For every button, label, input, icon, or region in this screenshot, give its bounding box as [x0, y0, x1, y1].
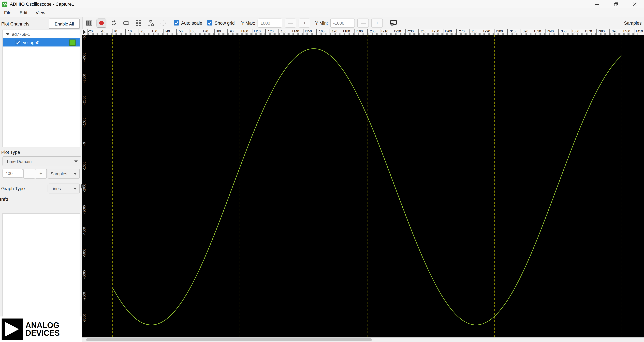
- window-title: ADI IIO Oscilloscope - Capture1: [10, 2, 74, 7]
- x-tick-label: +10: [126, 29, 132, 35]
- x-tick: +190: [354, 29, 355, 35]
- x-tick-label: +70: [202, 29, 208, 35]
- x-tick: +230: [406, 29, 406, 35]
- x-tick: +180: [342, 29, 342, 35]
- x-tick-label: +270: [457, 29, 464, 35]
- minimize-button[interactable]: [587, 0, 606, 8]
- x-tick-label: +300: [495, 29, 503, 35]
- x-tick-label: +120: [266, 29, 274, 35]
- horizontal-scrollbar[interactable]: [82, 337, 644, 342]
- show-grid-control[interactable]: Show grid: [207, 20, 235, 26]
- grid-view-icon[interactable]: [134, 18, 143, 27]
- close-button[interactable]: [625, 0, 644, 8]
- plot-type-dropdown[interactable]: Time Domain: [2, 156, 82, 166]
- menu-view[interactable]: View: [32, 8, 50, 17]
- x-tick-label: +210: [381, 29, 388, 35]
- x-tick-label: -20: [88, 29, 92, 35]
- x-tick: +160: [316, 29, 316, 35]
- x-tick-label: +410: [636, 29, 643, 35]
- y-min-decrement[interactable]: —: [358, 18, 369, 27]
- capture-record-button[interactable]: [96, 18, 106, 27]
- x-tick-label: +240: [419, 29, 426, 35]
- x-tick-label: +340: [546, 29, 554, 35]
- x-tick-label: +380: [597, 29, 605, 35]
- new-plot-icon[interactable]: [389, 18, 398, 27]
- graph-type-label: Graph Type:: [1, 186, 26, 191]
- x-tick: +60: [189, 29, 189, 35]
- menu-file[interactable]: File: [0, 8, 16, 17]
- y-tick-label: -3000: [82, 201, 87, 218]
- show-grid-checkbox[interactable]: [207, 20, 212, 26]
- auto-scale-control[interactable]: Auto scale: [174, 20, 202, 26]
- y-max-input[interactable]: [258, 18, 282, 27]
- y-min-increment[interactable]: +: [372, 18, 383, 27]
- y-max-increment[interactable]: +: [299, 18, 310, 27]
- show-grid-label: Show grid: [214, 21, 235, 25]
- plot-area[interactable]: +5000+4000+3000+2000+1000+0-1000-2000-30…: [82, 35, 644, 337]
- restore-button[interactable]: [606, 0, 625, 8]
- horizontal-scrollbar-thumb[interactable]: [86, 338, 372, 341]
- x-tick: +380: [596, 29, 597, 35]
- x-tick-label: +180: [342, 29, 350, 35]
- y-max-label: Y Max:: [241, 21, 255, 25]
- x-tick-label: +30: [152, 29, 157, 35]
- x-tick-label: +130: [279, 29, 286, 35]
- x-tick-label: +320: [521, 29, 528, 35]
- waveform-plot: [82, 35, 644, 337]
- panes-icon[interactable]: [84, 18, 94, 27]
- enable-all-button[interactable]: Enable All: [49, 19, 80, 29]
- x-tick-label: +290: [483, 29, 490, 35]
- x-tick: +390: [609, 29, 610, 35]
- y-tick-label: +2000: [82, 92, 87, 109]
- sidebar: Plot Channels Enable All ad7768-1 voltag…: [0, 17, 82, 342]
- sample-count-input[interactable]: 400: [2, 169, 23, 178]
- sample-count-decrement[interactable]: —: [24, 169, 36, 179]
- move-icon[interactable]: [158, 18, 168, 27]
- x-tick: +330: [533, 29, 533, 35]
- y-tick-label: +1000: [82, 114, 87, 130]
- hierarchy-icon[interactable]: [146, 18, 156, 27]
- sample-count-increment[interactable]: +: [35, 169, 47, 179]
- auto-scale-label: Auto scale: [181, 21, 202, 25]
- x-tick: +310: [507, 29, 508, 35]
- x-tick: +100: [240, 29, 240, 35]
- graph-type-dropdown[interactable]: Lines: [48, 184, 80, 193]
- x-tick: +110: [252, 29, 253, 35]
- x-tick: +170: [329, 29, 330, 35]
- x-tick-label: +50: [177, 29, 182, 35]
- auto-scale-checkbox[interactable]: [174, 20, 179, 26]
- x-tick-label: -10: [101, 29, 105, 35]
- x-tick-label: +280: [470, 29, 477, 35]
- x-tick-label: +220: [394, 29, 401, 35]
- channel-checkbox[interactable]: [15, 40, 20, 45]
- y-tick-label: -1000: [82, 157, 87, 174]
- x-ruler[interactable]: -20-10+0+10+20+30+40+50+60+70+80+90+100+…: [82, 29, 644, 35]
- sample-unit-dropdown[interactable]: Samples: [48, 169, 80, 179]
- y-min-input[interactable]: [330, 18, 355, 27]
- screenshot-icon[interactable]: [121, 18, 131, 27]
- y-tick-label: -6000: [82, 266, 87, 283]
- y-tick-label: -7000: [82, 288, 87, 304]
- menu-edit[interactable]: Edit: [16, 8, 32, 17]
- x-tick: +30: [151, 29, 151, 35]
- x-tick: +280: [469, 29, 469, 35]
- info-label: Info: [0, 197, 8, 202]
- refresh-icon[interactable]: [109, 18, 119, 27]
- x-tick-label: +160: [317, 29, 324, 35]
- device-row[interactable]: ad7768-1: [3, 30, 80, 38]
- x-tick: +130: [278, 29, 278, 35]
- x-tick: -10: [100, 29, 100, 35]
- x-tick-label: +20: [139, 29, 144, 35]
- x-tick-label: +350: [559, 29, 566, 35]
- app-window: ADI IIO Oscilloscope - Capture1 File Edi…: [0, 0, 644, 342]
- analog-devices-logo-text: ANALOG DEVICES: [26, 321, 60, 337]
- x-tick-label: +400: [623, 29, 630, 35]
- x-tick-label: +330: [534, 29, 541, 35]
- y-tick-label: -4000: [82, 223, 87, 239]
- analog-devices-logo-icon: [2, 318, 23, 340]
- channel-color-swatch[interactable]: [70, 39, 76, 46]
- x-tick: +410: [634, 29, 635, 35]
- channel-row[interactable]: voltage0: [3, 38, 80, 47]
- expander-icon[interactable]: [6, 33, 10, 35]
- y-max-decrement[interactable]: —: [285, 18, 296, 27]
